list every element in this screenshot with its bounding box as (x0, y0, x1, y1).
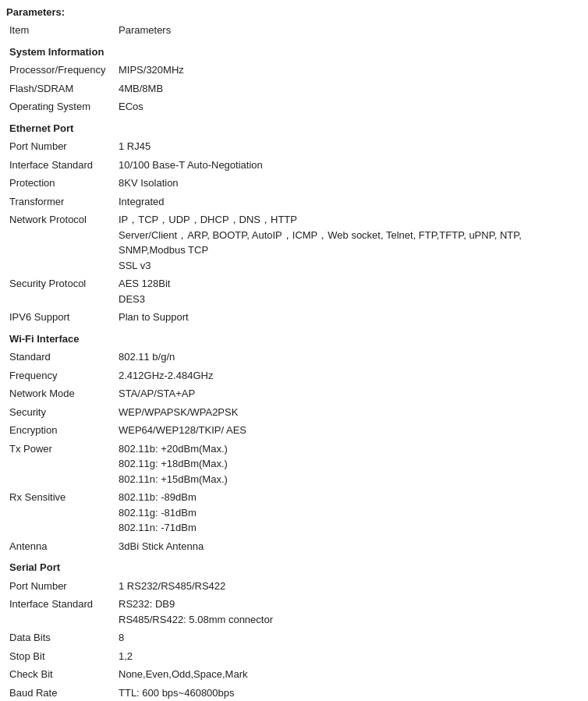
row-label: Baud Rate (6, 684, 115, 702)
row-value: 2.412GHz-2.484GHz (115, 366, 582, 385)
row-value: WEP/WPAPSK/WPA2PSK (115, 403, 582, 422)
row-value: WEP64/WEP128/TKIP/ AES (115, 421, 582, 440)
row-value: 1 RS232/RS485/RS422 (115, 577, 582, 596)
row-value: 802.11b: +20dBm(Max.)802.11g: +18dBm(Max… (115, 440, 582, 489)
row-label: IPV6 Support (6, 308, 115, 327)
table-row: Network ProtocolIP，TCP，UDP，DHCP，DNS，HTTP… (6, 211, 582, 274)
row-value: 1 RJ45 (115, 137, 582, 156)
table-row: Interface StandardRS232: DB9RS485/RS422:… (6, 595, 582, 628)
table-row: Processor/FrequencyMIPS/320MHz (6, 61, 582, 80)
row-label: Rx Sensitive (6, 488, 115, 537)
row-label: Standard (6, 348, 115, 366)
row-value: ECos (115, 97, 582, 116)
row-label: Data Bits (6, 628, 115, 647)
row-label: Flash/SDRAM (6, 80, 115, 98)
row-label: Security (6, 403, 115, 422)
row-label: Frequency (6, 366, 115, 385)
col-params-header: Parameters (115, 21, 582, 40)
table-row: Port Number1 RJ45 (6, 137, 582, 156)
row-label: Interface Standard (6, 595, 115, 628)
row-label: Processor/Frequency (6, 61, 115, 80)
section-header-row: System Information (6, 40, 582, 62)
table-row: Frequency2.412GHz-2.484GHz (6, 366, 582, 385)
row-value: 1,2 (115, 647, 582, 666)
row-label: Network Mode (6, 384, 115, 403)
table-row: Rx Sensitive802.11b: -89dBm802.11g: -81d… (6, 488, 582, 537)
row-value: 802.11b: -89dBm802.11g: -81dBm802.11n: -… (115, 488, 582, 537)
table-row: Security ProtocolAES 128BitDES3 (6, 274, 582, 308)
table-row: TransformerIntegrated (6, 193, 582, 211)
row-label: Transformer (6, 193, 115, 211)
params-header: Parameters: (6, 6, 582, 18)
row-value: STA/AP/STA+AP (115, 384, 582, 403)
table-row: Interface Standard10/100 Base-T Auto-Neg… (6, 156, 582, 175)
row-label: Port Number (6, 137, 115, 156)
table-row: Data Bits8 (6, 628, 582, 647)
table-row: Protection8KV Isolation (6, 174, 582, 193)
row-value: Plan to Support (115, 308, 582, 327)
table-row: SecurityWEP/WPAPSK/WPA2PSK (6, 403, 582, 422)
table-row: Network ModeSTA/AP/STA+AP (6, 384, 582, 403)
table-row: Stop Bit1,2 (6, 647, 582, 666)
row-value: 4MB/8MB (115, 80, 582, 98)
row-value: 8KV Isolation (115, 174, 582, 193)
row-label: Port Number (6, 577, 115, 596)
row-label: Security Protocol (6, 274, 115, 308)
row-value: TTL: 600 bps~460800bpsNo Flow control (115, 684, 582, 702)
row-value: IP，TCP，UDP，DHCP，DNS，HTTPServer/Client，AR… (115, 211, 582, 274)
table-row: Flash/SDRAM4MB/8MB (6, 80, 582, 98)
row-value: 8 (115, 628, 582, 647)
table-row: Standard802.11 b/g/n (6, 348, 582, 366)
row-label: Check Bit (6, 665, 115, 684)
row-label: Network Protocol (6, 211, 115, 274)
row-label: Protection (6, 174, 115, 193)
params-table: Item Parameters System InformationProces… (6, 21, 582, 701)
section-header-row: Serial Port (6, 555, 582, 577)
row-label: Interface Standard (6, 156, 115, 175)
row-value: AES 128BitDES3 (115, 274, 582, 308)
section-label: System Information (6, 40, 582, 62)
table-row: Operating SystemECos (6, 97, 582, 116)
row-value: None,Even,Odd,Space,Mark (115, 665, 582, 684)
col-item-header: Item (6, 21, 115, 40)
row-value: Integrated (115, 193, 582, 211)
column-header-row: Item Parameters (6, 21, 582, 40)
section-label: Ethernet Port (6, 116, 582, 138)
section-label: Wi-Fi Interface (6, 327, 582, 349)
table-row: EncryptionWEP64/WEP128/TKIP/ AES (6, 421, 582, 440)
table-row: Antenna3dBi Stick Antenna (6, 537, 582, 556)
row-label: Operating System (6, 97, 115, 116)
table-row: Check BitNone,Even,Odd,Space,Mark (6, 665, 582, 684)
row-label: Stop Bit (6, 647, 115, 666)
row-label: Encryption (6, 421, 115, 440)
row-label: Antenna (6, 537, 115, 556)
table-row: IPV6 SupportPlan to Support (6, 308, 582, 327)
row-value: MIPS/320MHz (115, 61, 582, 80)
table-row: Port Number1 RS232/RS485/RS422 (6, 577, 582, 596)
row-value: 802.11 b/g/n (115, 348, 582, 366)
section-header-row: Ethernet Port (6, 116, 582, 138)
row-value: 10/100 Base-T Auto-Negotiation (115, 156, 582, 175)
row-label: Tx Power (6, 440, 115, 489)
row-value: RS232: DB9RS485/RS422: 5.08mm connector (115, 595, 582, 628)
section-header-row: Wi-Fi Interface (6, 327, 582, 349)
table-row: Tx Power802.11b: +20dBm(Max.)802.11g: +1… (6, 440, 582, 489)
section-label: Serial Port (6, 555, 582, 577)
table-row: Baud RateTTL: 600 bps~460800bpsNo Flow c… (6, 684, 582, 702)
row-value: 3dBi Stick Antenna (115, 537, 582, 556)
